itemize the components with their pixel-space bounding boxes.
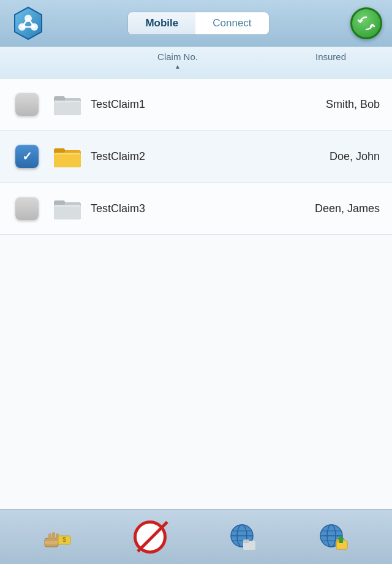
table-header: Claim No. ▲ Insured: [0, 47, 392, 78]
checkbox-1[interactable]: [15, 93, 39, 116]
svg-rect-20: [45, 541, 58, 544]
refresh-button[interactable]: [350, 7, 382, 39]
svg-rect-18: [55, 205, 80, 207]
globe-open-button[interactable]: [222, 517, 262, 557]
cell-insured-3: Deen, James: [265, 202, 387, 215]
svg-rect-8: [54, 96, 65, 101]
cell-claim-1: TestClaim1: [86, 98, 265, 111]
header: Mobile Connect: [0, 0, 392, 47]
svg-rect-14: [55, 153, 80, 154]
col-header-claim[interactable]: Claim No. ▲: [86, 51, 270, 70]
globe-arrow-button[interactable]: [314, 517, 353, 557]
checkbox-2[interactable]: ✓: [15, 145, 39, 168]
handshake-button[interactable]: $: [39, 517, 78, 557]
cell-folder-2: [49, 145, 86, 167]
cell-check-2[interactable]: ✓: [5, 145, 49, 168]
claim-no-label: Claim No.: [157, 51, 198, 62]
table-row: TestClaim3 Deen, James: [0, 183, 392, 235]
svg-rect-21: [48, 533, 51, 541]
claims-table: TestClaim1 Smith, Bob ✓ TestClaim2 Doe, …: [0, 78, 392, 509]
svg-text:$: $: [62, 536, 66, 543]
tab-mobile[interactable]: Mobile: [128, 12, 195, 34]
tab-bar: Mobile Connect: [127, 12, 269, 35]
table-row: TestClaim1 Smith, Bob: [0, 78, 392, 131]
svg-rect-17: [54, 205, 81, 219]
app-logo: [10, 5, 47, 42]
footer-toolbar: $: [0, 509, 392, 564]
cell-insured-2: Doe, John: [265, 150, 387, 163]
cell-check-1[interactable]: [5, 93, 49, 116]
no-entry-button[interactable]: [130, 517, 170, 557]
cell-check-3[interactable]: [5, 197, 49, 220]
cell-folder-1: [49, 93, 86, 115]
svg-marker-0: [15, 7, 42, 39]
cell-insured-1: Smith, Bob: [265, 98, 387, 111]
svg-rect-16: [54, 200, 65, 205]
cell-folder-3: [49, 197, 86, 219]
cell-claim-2: TestClaim2: [86, 150, 265, 163]
checkbox-3[interactable]: [15, 197, 39, 220]
svg-rect-32: [243, 539, 249, 543]
svg-rect-12: [54, 148, 65, 153]
cell-claim-3: TestClaim3: [86, 202, 265, 215]
svg-rect-13: [54, 153, 81, 167]
sort-arrow: ▲: [175, 63, 181, 70]
svg-rect-10: [55, 101, 80, 102]
tab-connect[interactable]: Connect: [195, 12, 268, 34]
checkmark-icon: ✓: [22, 150, 32, 162]
svg-rect-9: [54, 101, 81, 115]
table-row: ✓ TestClaim2 Doe, John: [0, 131, 392, 183]
col-header-insured: Insured: [270, 51, 392, 62]
no-entry-icon: [134, 520, 167, 554]
svg-rect-22: [52, 532, 55, 541]
